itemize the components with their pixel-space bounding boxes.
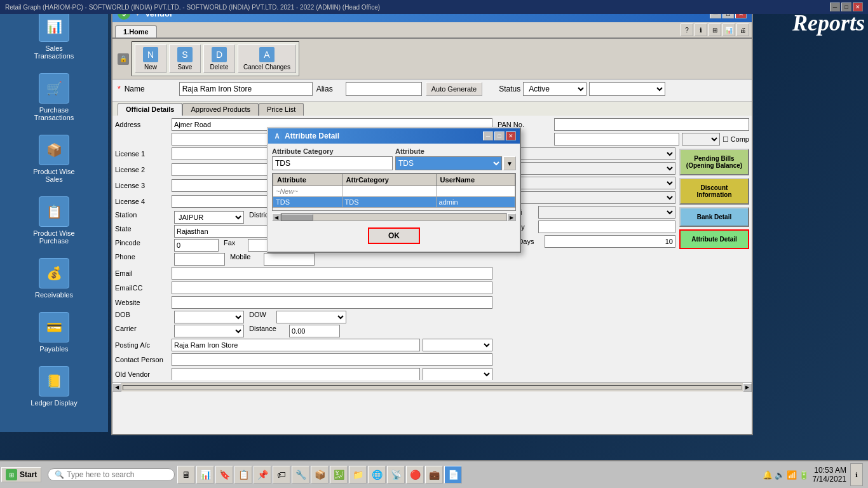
scroll-track[interactable] — [123, 385, 742, 390]
taskbar-icon-1[interactable]: 🖥 — [177, 466, 195, 484]
status-select-2[interactable] — [589, 82, 665, 96]
attr-data-row-0[interactable]: TDS TDS admin — [273, 197, 515, 208]
mobile-input[interactable] — [264, 253, 315, 266]
carrier-select[interactable] — [174, 325, 244, 337]
dialog-close-button[interactable]: ✕ — [506, 132, 516, 140]
scroll-left-btn[interactable]: ◀ — [272, 214, 281, 221]
ok-button[interactable]: OK — [368, 227, 420, 244]
taskbar-icon-11[interactable]: 🌐 — [368, 466, 386, 484]
taskbar-icon-12[interactable]: 📡 — [387, 466, 405, 484]
h-scroll-thumb[interactable] — [281, 214, 313, 220]
bottom-scrollbar[interactable]: ◀ ▶ — [112, 383, 752, 391]
status-select[interactable]: Active Inactive — [523, 82, 587, 96]
pending-bills-button[interactable]: Pending Bills (Opening Balance) — [679, 149, 749, 175]
taskbar-icon-14[interactable]: 💼 — [425, 466, 443, 484]
grid-icon[interactable]: ⊞ — [709, 24, 721, 36]
sidebar-item-product-purchase[interactable]: 📋 Product WisePurchase — [6, 191, 102, 250]
taskbar-icon-3[interactable]: 🔖 — [215, 466, 233, 484]
taskbar-icon-8[interactable]: 📦 — [311, 466, 329, 484]
dialog-maximize-button[interactable]: □ — [494, 132, 505, 140]
help-icon[interactable]: ? — [681, 24, 693, 36]
name-input[interactable] — [179, 82, 313, 96]
attr-new-row[interactable]: ~New~ — [273, 186, 515, 197]
gstin-input[interactable] — [554, 133, 679, 146]
old-vendor-select[interactable] — [423, 368, 492, 380]
dialog-minimize-button[interactable]: ─ — [483, 132, 493, 140]
taskbar-icon-active[interactable]: 📄 — [444, 466, 462, 484]
price-select[interactable] — [538, 206, 675, 219]
sidebar-item-product-sales[interactable]: 📦 Product WiseSales — [6, 130, 102, 188]
taskbar-icon-5[interactable]: 📌 — [254, 466, 271, 484]
dob-select[interactable] — [174, 311, 244, 323]
tray-battery-icon[interactable]: 🔋 — [799, 470, 809, 480]
old-vendor-input[interactable] — [172, 368, 420, 380]
search-input[interactable] — [67, 470, 156, 479]
emailcc-input[interactable] — [172, 281, 492, 294]
taskbar-search-bar[interactable]: 🔍 — [48, 468, 175, 481]
show-desktop-button[interactable]: ℹ — [850, 463, 863, 486]
sidebar-item-sales[interactable]: 📊 SalesTransactions — [6, 6, 102, 65]
comp-label: ☐ Comp — [722, 135, 749, 144]
cancel-button[interactable]: A Cancel Changes — [238, 44, 296, 73]
posting-select[interactable] — [423, 339, 492, 351]
sub-tab-approved[interactable]: Approved Products — [182, 103, 259, 116]
start-button[interactable]: ⊞ Start — [1, 467, 41, 482]
os-minimize-btn[interactable]: ─ — [830, 3, 840, 11]
os-restore-btn[interactable]: □ — [841, 3, 851, 11]
attr-dropdown-btn[interactable]: ▼ — [503, 156, 516, 170]
sub-tab-official[interactable]: Official Details — [118, 103, 182, 116]
save-button[interactable]: S Save — [169, 44, 201, 73]
station-select[interactable]: JAIPUR — [174, 211, 244, 224]
scroll-left-arrow[interactable]: ◀ — [112, 383, 121, 392]
tray-network-icon[interactable]: 🔔 — [763, 470, 773, 480]
scroll-right-arrow[interactable]: ▶ — [743, 383, 752, 392]
sidebar-item-purchase[interactable]: 🛒 PurchaseTransactions — [6, 68, 102, 126]
website-input[interactable] — [172, 296, 492, 309]
lic-r1-select[interactable] — [498, 147, 675, 160]
lic-r2-select[interactable] — [498, 162, 675, 175]
lic-r3-select[interactable] — [498, 177, 675, 189]
alias-input[interactable] — [346, 82, 422, 96]
bank-detail-button[interactable]: Bank Detail — [679, 207, 749, 227]
print-icon[interactable]: 🖨 — [736, 24, 749, 36]
new-button[interactable]: N New — [135, 44, 166, 73]
chart-icon[interactable]: 📊 — [722, 24, 735, 36]
taskbar-icon-7[interactable]: 🔧 — [292, 466, 309, 484]
auto-generate-button[interactable]: Auto Generate — [426, 82, 483, 96]
contact-input[interactable] — [172, 353, 492, 366]
pan-input[interactable] — [554, 118, 749, 131]
delete-button[interactable]: D Delete — [203, 44, 235, 73]
gstin-select[interactable] — [682, 133, 720, 146]
tray-wifi-icon[interactable]: 📶 — [787, 470, 797, 480]
taskbar-icon-2[interactable]: 📊 — [196, 466, 214, 484]
os-close-btn[interactable]: ✕ — [853, 3, 863, 11]
clock-date: 7/14/2021 — [813, 475, 846, 484]
email-input[interactable] — [172, 267, 492, 280]
sidebar-item-ledger[interactable]: 📒 Ledger Display — [6, 361, 102, 412]
tab-home[interactable]: 1.Home — [115, 25, 157, 37]
tray-volume-icon[interactable]: 🔊 — [775, 470, 785, 480]
dow-select[interactable] — [276, 311, 346, 323]
taskbar-icon-6[interactable]: 🏷 — [273, 466, 290, 484]
taskbar-icon-9[interactable]: 💹 — [330, 466, 348, 484]
attribute-detail-button[interactable]: Attribute Detail — [679, 229, 749, 249]
discount-info-button[interactable]: Discount Information — [679, 178, 749, 205]
sidebar-item-receivables[interactable]: 💰 Receivables — [6, 253, 102, 304]
phone-input[interactable] — [174, 253, 225, 266]
distance-input[interactable] — [289, 325, 340, 337]
attribute-select[interactable]: TDS — [395, 156, 502, 170]
taskbar-icon-13[interactable]: 🔴 — [406, 466, 424, 484]
scroll-right-btn[interactable]: ▶ — [507, 214, 516, 221]
lic-r4-select[interactable] — [498, 191, 675, 204]
info-icon[interactable]: ℹ — [695, 24, 707, 36]
h-scroll-track[interactable] — [281, 214, 507, 221]
sidebar-item-payables[interactable]: 💳 Payables — [6, 307, 102, 358]
attr-category-input[interactable] — [272, 156, 393, 170]
taskbar-icon-10[interactable]: 📁 — [349, 466, 367, 484]
credit-input[interactable] — [545, 235, 675, 248]
sub-tab-pricelist[interactable]: Price List — [259, 103, 304, 116]
posting-input[interactable] — [172, 339, 420, 351]
pincode-input[interactable] — [174, 239, 219, 252]
taskbar-icon-4[interactable]: 📋 — [234, 466, 252, 484]
refer-input[interactable] — [538, 220, 675, 233]
